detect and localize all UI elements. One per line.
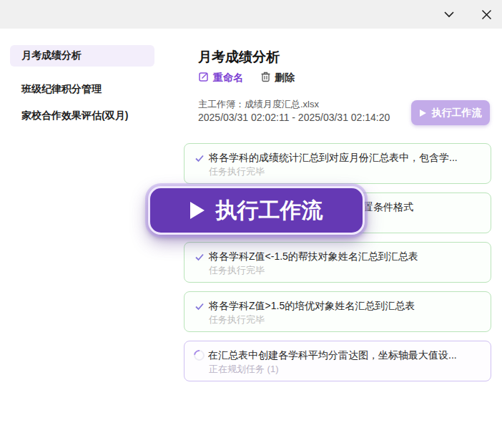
- run-workflow-button[interactable]: 执行工作流: [411, 100, 490, 125]
- run-workflow-overlay-button[interactable]: 执行工作流: [148, 186, 365, 235]
- rename-button[interactable]: 重命名: [198, 71, 243, 84]
- delete-label: 删除: [275, 72, 295, 84]
- delete-button[interactable]: 删除: [260, 71, 295, 84]
- task-card[interactable]: 在汇总表中创建各学科平均分雷达图，坐标轴最大值设... 正在规划任务 (1): [184, 341, 491, 381]
- task-status: 任务执行完毕: [209, 264, 481, 277]
- play-icon: [420, 109, 426, 117]
- sidebar-item-monthly-exam-analysis[interactable]: 月考成绩分析: [10, 45, 154, 67]
- sidebar-item-discipline-points[interactable]: 班级纪律积分管理: [10, 79, 154, 100]
- check-icon: [194, 152, 205, 164]
- close-button[interactable]: [479, 7, 493, 21]
- collapse-button[interactable]: [442, 7, 456, 21]
- trash-icon: [260, 71, 271, 84]
- page-title: 月考成绩分析: [198, 48, 280, 67]
- task-card[interactable]: 将各学科Z值<-1.5的帮扶对象姓名汇总到汇总表 任务执行完毕: [184, 242, 491, 283]
- task-status: 任务执行完毕: [209, 313, 481, 326]
- header-actions: 重命名 删除: [198, 71, 295, 84]
- sidebar-item-label: 班级纪律积分管理: [21, 83, 102, 96]
- run-workflow-overlay-label: 执行工作流: [216, 196, 323, 225]
- run-workflow-label: 执行工作流: [432, 107, 482, 120]
- play-icon: [190, 202, 205, 219]
- time-range: 2025/03/31 02:02:11 - 2025/03/31 02:14:2…: [198, 112, 390, 123]
- task-text: 将各学科Z值<-1.5的帮扶对象姓名汇总到汇总表: [209, 250, 418, 263]
- sidebar-item-label: 月考成绩分析: [21, 49, 82, 62]
- check-icon: [194, 251, 205, 263]
- close-icon: [481, 9, 492, 20]
- sidebar-item-label: 家校合作效果评估(双月): [21, 109, 128, 122]
- workbook-info: 主工作簿：成绩月度汇总.xlsx: [198, 98, 319, 111]
- chevron-down-icon: [443, 8, 456, 21]
- task-status: 任务执行完毕: [209, 165, 481, 178]
- sidebar-item-home-school-eval[interactable]: 家校合作效果评估(双月): [10, 105, 154, 127]
- task-list: 将各学科的成绩统计汇总到对应月份汇总表中，包含学... 任务执行完毕 置条件格式…: [184, 143, 491, 390]
- window-controls: [442, 0, 493, 29]
- task-status: 正在规划任务 (1): [209, 363, 481, 376]
- sidebar: 月考成绩分析 班级纪律积分管理 家校合作效果评估(双月): [10, 45, 154, 127]
- titlebar: [0, 0, 502, 29]
- task-card[interactable]: 将各学科Z值>1.5的培优对象姓名汇总到汇总表 任务执行完毕: [184, 291, 491, 332]
- rename-label: 重命名: [213, 72, 243, 84]
- task-text: 将各学科Z值>1.5的培优对象姓名汇总到汇总表: [209, 300, 415, 313]
- spinner-icon: [194, 348, 207, 363]
- check-icon: [194, 301, 205, 312]
- edit-square-icon: [198, 71, 210, 84]
- task-text: 置条件格式: [363, 201, 413, 214]
- task-card[interactable]: 将各学科的成绩统计汇总到对应月份汇总表中，包含学... 任务执行完毕: [184, 143, 491, 184]
- task-text: 在汇总表中创建各学科平均分雷达图，坐标轴最大值设...: [208, 349, 457, 362]
- task-text: 将各学科的成绩统计汇总到对应月份汇总表中，包含学...: [209, 152, 458, 165]
